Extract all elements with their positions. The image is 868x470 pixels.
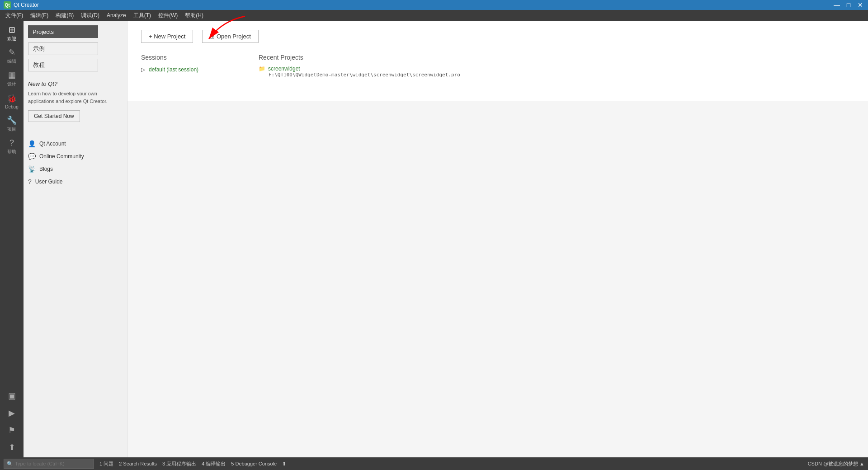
sidebar-item-projects[interactable]: 🔧 项目: [1, 113, 23, 135]
status-bar: 🔍 1 问题 2 Search Results 3 应用程序输出 4 编译输出 …: [0, 457, 868, 470]
blogs-label: Blogs: [39, 166, 53, 172]
blogs-link[interactable]: 📡 Blogs: [28, 165, 123, 173]
sidebar-item-help[interactable]: ? 帮助: [1, 136, 23, 157]
user-guide-icon: ?: [28, 178, 32, 185]
session-label: default (last session): [149, 66, 198, 73]
search-box[interactable]: 🔍: [4, 459, 94, 469]
projects-button[interactable]: Projects: [28, 25, 98, 38]
sidebar-item-design[interactable]: ▦ 设计: [1, 68, 23, 89]
bottom-left-icons: ▣ ▶ ⚑ ⬆: [0, 386, 24, 457]
sidebar-item-welcome[interactable]: ⊞ 欢迎: [1, 23, 23, 44]
account-icon: 👤: [28, 140, 36, 147]
status-tab-app-output[interactable]: 3 应用程序输出: [160, 461, 198, 467]
right-content: + New Project ⊞ Open Project Sessions ▷ …: [127, 21, 868, 101]
session-icon: ▷: [141, 66, 145, 73]
left-panel: Projects 示例 教程 New to Qt? Learn how to d…: [24, 21, 127, 457]
projects-icon: 🔧: [7, 115, 17, 125]
top-buttons: + New Project ⊞ Open Project: [141, 30, 854, 43]
links-section: 👤 Qt Account 💬 Online Community 📡 Blogs …: [28, 140, 123, 185]
menu-analyze[interactable]: Analyze: [103, 10, 130, 21]
sessions-title: Sessions: [141, 54, 241, 61]
search-icon: 🔍: [7, 461, 13, 467]
project-path: F:\QT100\QWidgetDemo-master\widget\scree…: [269, 72, 460, 78]
open-project-button[interactable]: ⊞ Open Project: [202, 30, 259, 43]
user-guide-label: User Guide: [35, 179, 63, 185]
run-icon[interactable]: ▶: [1, 405, 23, 421]
main-layout: ⊞ 欢迎 ✎ 编辑 ▦ 设计 🐞 Debug 🔧 项目 ? 帮助 Project…: [0, 21, 868, 457]
status-tab-compile[interactable]: 4 编译输出: [200, 461, 227, 467]
menu-file[interactable]: 文件(F): [2, 10, 27, 21]
online-community-label: Online Community: [39, 153, 84, 160]
tutorials-button[interactable]: 教程: [28, 59, 98, 71]
window-controls: — □ ✕: [833, 1, 864, 9]
content-area: Projects 示例 教程 New to Qt? Learn how to d…: [24, 21, 868, 457]
app-title: Qt Creator: [14, 2, 833, 8]
online-community-link[interactable]: 💬 Online Community: [28, 153, 123, 160]
welcome-icon: ⊞: [9, 25, 15, 35]
new-to-qt-heading: New to Qt?: [28, 80, 123, 87]
status-tab-debugger[interactable]: 5 Debugger Console: [229, 461, 278, 466]
sessions-section: Sessions ▷ default (last session): [141, 54, 241, 81]
status-tab-search[interactable]: 2 Search Results: [117, 461, 159, 466]
status-left: 🔍 1 问题 2 Search Results 3 应用程序输出 4 编译输出 …: [4, 459, 288, 469]
qt-account-link[interactable]: 👤 Qt Account: [28, 140, 123, 147]
blogs-icon: 📡: [28, 165, 36, 173]
new-to-qt-description: Learn how to develop your own applicatio…: [28, 90, 123, 105]
project-name-link[interactable]: 📁 screenwidget: [259, 66, 460, 72]
community-icon: 💬: [28, 153, 36, 160]
folder-icon: 📁: [259, 66, 265, 72]
status-right-text: CSDN @被遗忘的梦想 ▲: [808, 461, 864, 467]
menu-debug[interactable]: 调试(D): [77, 10, 103, 21]
status-tabs: 1 问题 2 Search Results 3 应用程序输出 4 编译输出 5 …: [98, 461, 288, 467]
menu-build[interactable]: 构建(B): [52, 10, 77, 21]
help-icon: ?: [9, 138, 14, 148]
status-tab-up[interactable]: ⬆: [280, 461, 288, 467]
recent-projects-section: Recent Projects 📁 screenwidget F:\QT100\…: [259, 54, 460, 81]
title-bar: Qt Qt Creator — □ ✕: [0, 0, 868, 10]
edit-icon: ✎: [9, 47, 15, 57]
recent-projects-title: Recent Projects: [259, 54, 460, 61]
debug-icon: 🐞: [7, 94, 17, 103]
flag-icon[interactable]: ⚑: [1, 422, 23, 438]
sidebar-item-edit[interactable]: ✎ 编辑: [1, 45, 23, 67]
project-item: 📁 screenwidget F:\QT100\QWidgetDemo-mast…: [259, 66, 460, 78]
menu-bar: 文件(F) 编辑(E) 构建(B) 调试(D) Analyze 工具(T) 控件…: [0, 10, 868, 21]
right-content-wrapper: + New Project ⊞ Open Project Sessions ▷ …: [127, 21, 868, 457]
minimize-button[interactable]: —: [833, 1, 841, 9]
close-button[interactable]: ✕: [856, 1, 864, 9]
screen-icon[interactable]: ▣: [1, 388, 23, 404]
new-project-button[interactable]: + New Project: [141, 30, 193, 43]
menu-tools[interactable]: 工具(T): [130, 10, 155, 21]
menu-help[interactable]: 帮助(H): [181, 10, 207, 21]
get-started-button[interactable]: Get Started Now: [28, 110, 80, 122]
app-icon: Qt: [4, 1, 11, 9]
sidebar-item-debug[interactable]: 🐞 Debug: [1, 90, 23, 112]
maximize-button[interactable]: □: [844, 1, 853, 9]
up-icon[interactable]: ⬆: [1, 439, 23, 456]
menu-widgets[interactable]: 控件(W): [155, 10, 181, 21]
search-input[interactable]: [15, 461, 87, 466]
menu-edit[interactable]: 编辑(E): [27, 10, 52, 21]
status-tab-issues[interactable]: 1 问题: [98, 461, 115, 467]
user-guide-link[interactable]: ? User Guide: [28, 178, 123, 185]
qt-account-label: Qt Account: [39, 141, 66, 147]
design-icon: ▦: [8, 70, 16, 80]
examples-button[interactable]: 示例: [28, 42, 98, 55]
content-columns: Sessions ▷ default (last session) Recent…: [141, 54, 854, 92]
new-to-qt-section: New to Qt? Learn how to develop your own…: [28, 80, 123, 122]
session-item-default[interactable]: ▷ default (last session): [141, 66, 241, 74]
